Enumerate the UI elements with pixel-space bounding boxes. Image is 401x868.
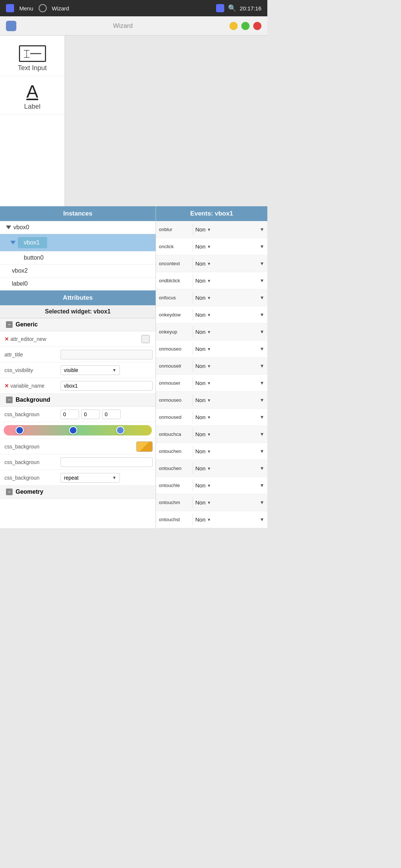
attr-checkbox-editor[interactable] (141, 335, 150, 343)
event-row-arrow-ontouchstart[interactable]: ▼ (257, 517, 267, 522)
bg-r-input[interactable] (61, 410, 79, 419)
event-value-onclick[interactable]: Non ▼ (193, 241, 257, 252)
event-value-oncontext[interactable]: Non ▼ (193, 258, 257, 269)
palette-item-label[interactable]: A Label (0, 79, 65, 115)
event-row-arrow-onblur[interactable]: ▼ (257, 227, 267, 232)
attr-input-varname[interactable] (61, 381, 153, 391)
event-value-onmouseenter[interactable]: Non ▼ (193, 361, 257, 371)
slider-dot-1[interactable] (16, 426, 24, 434)
bottom-panel: Instances vbox0 vbox1 button0 vbox2 lab (0, 206, 267, 528)
event-row-onmouseleave: onmouser Non ▼ ▼ (156, 375, 267, 392)
attr-value-bg-img[interactable] (58, 455, 156, 469)
attr-input-title[interactable] (61, 350, 153, 359)
event-value-onmouseout[interactable]: Non ▼ (193, 395, 257, 405)
status-app-menu[interactable]: Menu (19, 5, 33, 11)
event-value-ontouchend[interactable]: Non ▼ (193, 446, 257, 457)
slider-dot-3[interactable] (116, 426, 124, 434)
bg-b-input[interactable] (102, 410, 121, 419)
event-arrow-ontouchcancel[interactable]: ▼ (207, 432, 211, 437)
event-row-arrow-oncontext[interactable]: ▼ (257, 261, 267, 266)
event-arrow-onmousedown[interactable]: ▼ (207, 347, 211, 351)
event-arrow-onmouseout[interactable]: ▼ (207, 398, 211, 402)
event-arrow-ontouchend[interactable]: ▼ (207, 449, 211, 454)
event-row-arrow-onmousedown[interactable]: ▼ (257, 346, 267, 352)
attr-x-varname[interactable]: ✕ (4, 383, 9, 389)
event-row-arrow-onmouseover[interactable]: ▼ (257, 414, 267, 420)
event-arrow-ontouchend2[interactable]: ▼ (207, 466, 211, 471)
attr-row-varname: ✕ variable_name (0, 378, 156, 394)
event-row-arrow-ontouchcancel[interactable]: ▼ (257, 431, 267, 437)
slider-dot-2[interactable] (69, 426, 77, 434)
bg-color-swatch[interactable] (136, 441, 153, 452)
attr-input-bg-img[interactable] (61, 457, 153, 467)
attr-label-title: attr_title (0, 349, 58, 361)
event-row-arrow-onmouseout[interactable]: ▼ (257, 397, 267, 403)
event-value-ontouchend2[interactable]: Non ▼ (193, 463, 257, 474)
bg-gradient-slider[interactable] (4, 425, 152, 435)
event-value-ondblclick[interactable]: Non ▼ (193, 275, 257, 286)
event-arrow-onmouseleave[interactable]: ▼ (207, 381, 211, 385)
status-bar: Menu Wizard 🔍 20:17:16 (0, 0, 267, 16)
maximize-button[interactable] (241, 22, 250, 30)
event-row-arrow-ontouchend[interactable]: ▼ (257, 448, 267, 454)
event-value-onkeydown[interactable]: Non ▼ (193, 309, 257, 320)
palette-item-text-input[interactable]: ⌶ Text Input (0, 42, 65, 76)
bg-g-input[interactable] (81, 410, 100, 419)
event-row-arrow-ondblclick[interactable]: ▼ (257, 278, 267, 283)
event-row-arrow-onmouseleave[interactable]: ▼ (257, 380, 267, 386)
event-row-arrow-onkeyup[interactable]: ▼ (257, 329, 267, 335)
event-value-ontouchstart[interactable]: Non ▼ (193, 514, 257, 525)
minimize-button[interactable] (229, 22, 238, 30)
event-value-onkeyup[interactable]: Non ▼ (193, 326, 257, 337)
instance-label-label0: label0 (12, 280, 28, 287)
event-arrow-oncontext[interactable]: ▼ (207, 262, 211, 266)
event-row-arrow-onclick[interactable]: ▼ (257, 244, 267, 249)
visibility-dropdown[interactable]: visible ▼ (61, 365, 120, 375)
event-name-onfocus: onfocus (156, 292, 193, 303)
event-arrow-onclick[interactable]: ▼ (207, 244, 211, 249)
event-row-arrow-onmouseenter[interactable]: ▼ (257, 363, 267, 369)
event-arrow-onkeyup[interactable]: ▼ (207, 330, 211, 334)
event-row-arrow-ontouchend2[interactable]: ▼ (257, 466, 267, 471)
instance-vbox1[interactable]: vbox1 (0, 234, 156, 251)
event-value-onmouseleave[interactable]: Non ▼ (193, 378, 257, 388)
attr-value-varname[interactable] (58, 379, 156, 393)
instance-vbox0[interactable]: vbox0 (0, 221, 156, 234)
event-row-arrow-onfocus[interactable]: ▼ (257, 295, 267, 300)
attr-row-bg-img: css_backgroun (0, 454, 156, 470)
title-bar: Wizard (0, 16, 267, 36)
event-row-arrow-onkeydown[interactable]: ▼ (257, 312, 267, 318)
event-value-ontouchmove[interactable]: Non ▼ (193, 497, 257, 508)
instance-button0[interactable]: button0 (0, 251, 156, 264)
attr-row-bg-color: css_backgroun (0, 439, 156, 454)
event-arrow-ondblclick[interactable]: ▼ (207, 279, 211, 283)
bg-repeat-dropdown[interactable]: repeat ▼ (61, 473, 120, 483)
event-row-arrow-ontouchleave[interactable]: ▼ (257, 483, 267, 488)
event-arrow-onblur[interactable]: ▼ (207, 227, 211, 232)
event-value-onfocus[interactable]: Non ▼ (193, 292, 257, 303)
attr-value-title[interactable] (58, 348, 156, 362)
event-arrow-ontouchmove[interactable]: ▼ (207, 500, 211, 505)
event-value-onmouseover[interactable]: Non ▼ (193, 412, 257, 423)
event-value-onblur[interactable]: Non ▼ (193, 224, 257, 235)
event-value-ontouchcancel[interactable]: Non ▼ (193, 429, 257, 440)
canvas-main[interactable] (65, 36, 267, 206)
event-value-ontouchleave[interactable]: Non ▼ (193, 480, 257, 491)
event-arrow-onkeydown[interactable]: ▼ (207, 313, 211, 317)
close-button[interactable] (253, 22, 261, 30)
event-value-onmousedown[interactable]: Non ▼ (193, 343, 257, 354)
event-row-ontouchend2: ontouchen Non ▼ ▼ (156, 460, 267, 477)
event-row-arrow-ontouchmove[interactable]: ▼ (257, 500, 267, 505)
event-arrow-onfocus[interactable]: ▼ (207, 296, 211, 300)
event-row-ontouchmove: ontouchm Non ▼ ▼ (156, 494, 267, 511)
status-app-wizard[interactable]: Wizard (52, 5, 69, 11)
attr-x-editor[interactable]: ✕ (4, 336, 9, 342)
event-arrow-onmouseenter[interactable]: ▼ (207, 364, 211, 368)
instance-label0[interactable]: label0 (0, 277, 156, 290)
event-arrow-ontouchleave[interactable]: ▼ (207, 483, 211, 488)
bg-repeat-value: repeat (64, 475, 79, 481)
instance-vbox2[interactable]: vbox2 (0, 264, 156, 277)
search-icon[interactable]: 🔍 (228, 4, 236, 12)
event-arrow-onmouseover[interactable]: ▼ (207, 415, 211, 420)
event-arrow-ontouchstart[interactable]: ▼ (207, 517, 211, 522)
